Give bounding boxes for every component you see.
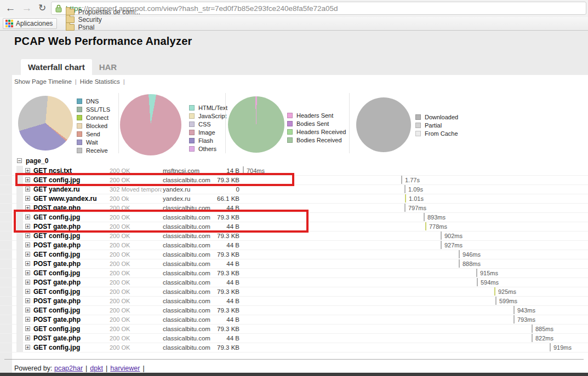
tree-indent [16,240,23,250]
request-method-file: GET ncsi.txt [33,167,72,175]
expand-icon[interactable]: + [25,196,30,201]
expand-icon[interactable]: + [25,187,30,192]
bookmark-item[interactable]: Propuestas de com... [66,8,140,16]
expand-icon[interactable]: + [25,233,30,238]
reload-button[interactable]: ↻ [35,1,49,15]
back-button[interactable]: ← [3,1,18,15]
tree-indent [16,175,23,184]
timing-bar [404,185,406,193]
bookmark-item[interactable]: Psnal [66,24,140,31]
tab-waterfall-chart[interactable]: Waterfall chart [21,59,92,75]
timing-bar [404,204,406,212]
request-row[interactable]: +POST gate.php200 OKclassicalbitu.com44 … [0,277,588,287]
footer-link-dpkt[interactable]: dpkt [90,365,103,372]
expand-icon[interactable]: + [25,289,30,294]
expand-icon[interactable]: + [25,335,30,340]
request-row[interactable]: +GET config.jpg200 OKclassicalbitu.com79… [0,250,588,259]
collapse-icon[interactable]: − [17,158,22,163]
status-code: 302 Moved temporarily [110,186,162,193]
content-types-pie-chart [120,94,181,155]
expand-icon[interactable]: + [25,326,30,331]
legend-label: Headers Received [296,129,346,135]
request-row[interactable]: +GET config.jpg200 OKclassicalbitu.com79… [0,324,588,334]
timing-bar [532,334,533,342]
status-code: 200 OK [110,270,162,276]
expand-icon[interactable]: + [25,215,30,219]
link-show-page-timeline[interactable]: Show Page Timeline [14,78,72,85]
legend-swatch [189,146,195,152]
legend-label: Connect [86,114,109,121]
request-row[interactable]: +GET yandex.ru302 Moved temporarilyyande… [0,184,588,194]
expand-icon[interactable]: + [25,224,30,229]
expand-icon[interactable]: + [25,345,30,350]
request-row[interactable]: +GET www.yandex.ru200 Okyandex.ru66.1 KB… [0,194,588,204]
timing-bar [441,241,442,249]
request-row[interactable]: +POST gate.php200 OKclassicalbitu.com44 … [0,296,588,306]
request-row[interactable]: +POST gate.php200 OKclassicalbitu.com44 … [0,222,588,232]
expand-icon[interactable]: + [25,177,30,182]
legend-label: HTML/Text [198,105,227,111]
request-row[interactable]: +GET config.jpg200 OKclassicalbitu.com79… [0,268,588,278]
legend-item: Headers Received [287,128,346,136]
expand-icon[interactable]: + [25,317,30,322]
forward-button[interactable]: → [20,1,34,15]
legend-swatch [287,113,293,118]
tab-har[interactable]: HAR [92,59,124,75]
request-row[interactable]: +POST gate.php200 OKclassicalbitu.com44 … [0,333,588,343]
legend-label: CSS [198,121,211,128]
status-code: 200 OK [110,205,162,211]
content-types-legend: HTML/TextJavaScriptCSSImageFlashOthers [189,103,227,153]
expand-icon[interactable]: + [25,298,30,303]
request-row[interactable]: +POST gate.php200 OKclassicalbitu.com44 … [0,315,588,325]
expand-icon[interactable]: + [25,270,30,275]
expand-icon[interactable]: + [25,168,30,173]
response-size: 79.3 KB [193,326,239,332]
request-row[interactable]: +POST gate.php200 OKclassicalbitu.com44 … [0,240,588,250]
link-hide-statistics[interactable]: Hide Statistics [80,78,120,85]
status-code: 200 OK [110,344,162,351]
request-method-file: POST gate.php [33,204,81,212]
bookmark-item[interactable]: Security [66,16,140,24]
legend-swatch [189,122,195,127]
status-code: 200 OK [110,316,162,323]
footer-link-harviewer[interactable]: harviewer [110,365,140,372]
request-row[interactable]: +GET config.jpg200 OKclassicalbitu.com79… [0,175,588,185]
timing-label: 915ms [480,270,498,276]
expand-icon[interactable]: + [25,252,30,257]
expand-icon[interactable]: + [25,205,30,210]
request-row[interactable]: +POST gate.php200 OKclassicalbitu.com44 … [0,259,588,269]
tab-bar: Waterfall chartHAR [21,59,124,75]
request-method-file: GET config.jpg [33,176,80,184]
expand-icon[interactable]: + [25,261,30,266]
tree-indent [16,259,23,268]
request-row[interactable]: +GET ncsi.txt200 OKmsftncsi.com14 B704ms [0,166,588,176]
expand-icon[interactable]: + [25,242,30,247]
traffic-legend: Headers SentBodies SentHeaders ReceivedB… [287,111,346,144]
request-row[interactable]: +POST gate.php200 OKclassicalbitu.com44 … [0,203,588,213]
legend-label: Downloaded [425,114,458,120]
link-separator: | [123,78,125,85]
tree-indent [16,250,23,259]
legend-label: DNS [86,98,99,105]
legend-swatch [415,114,421,120]
legend-item: Bodies Received [287,136,346,144]
tree-indent [16,194,23,203]
legend-item: Blocked [77,122,110,130]
page-group-label: page_0 [26,157,48,165]
request-row[interactable]: +GET config.jpg200 OKclassicalbitu.com79… [0,343,588,352]
expand-icon[interactable]: + [25,308,30,313]
response-size: 44 B [193,335,239,342]
apps-button[interactable]: Aplicaciones [3,18,57,29]
legend-item: Others [189,144,227,153]
request-row[interactable]: +GET config.jpg200 OKclassicalbitu.com79… [0,212,588,222]
request-row[interactable]: +GET config.jpg200 OKclassicalbitu.com79… [0,231,588,241]
legend-swatch [415,131,421,136]
status-code: 200 OK [110,177,162,183]
status-code: 200 OK [110,279,162,286]
footer-link-pcap2har[interactable]: pcap2har [54,365,83,372]
page-group-row[interactable]: − page_0 [13,157,583,166]
legend-item: From Cache [415,129,458,137]
request-row[interactable]: +GET config.jpg200 OKclassicalbitu.com79… [0,287,588,297]
request-row[interactable]: +GET config.jpg200 OKclassicalbitu.com79… [0,305,588,315]
expand-icon[interactable]: + [25,280,30,285]
